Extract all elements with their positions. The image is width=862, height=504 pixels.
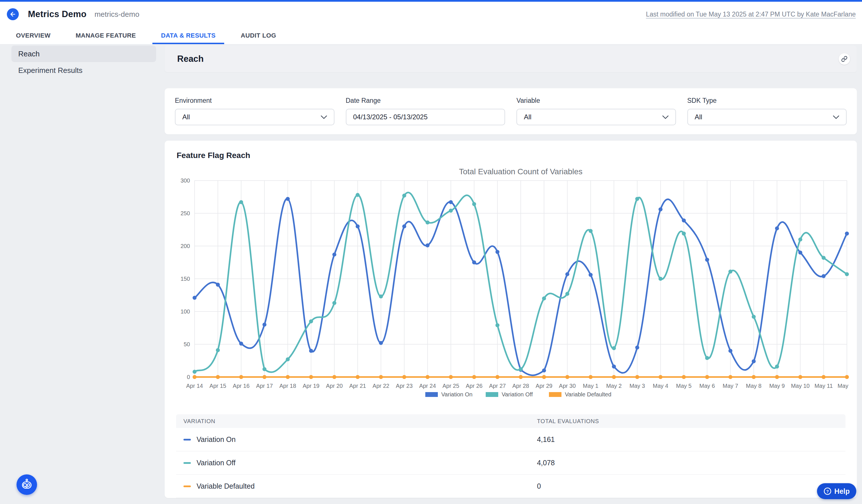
data-point — [798, 375, 802, 379]
data-point — [798, 251, 802, 254]
last-modified-text: Last modified on Tue May 13 2025 at 2:47… — [646, 11, 856, 18]
x-axis-tick: Apr 23 — [396, 383, 413, 389]
x-axis-tick: Apr 29 — [536, 383, 552, 389]
data-point — [495, 375, 499, 379]
chart-wrap: Total Evaluation Count of Variables05010… — [172, 164, 850, 406]
back-button[interactable] — [7, 8, 19, 20]
data-point — [658, 375, 663, 379]
x-axis-tick: May 3 — [629, 383, 645, 389]
x-axis-tick: May 4 — [653, 383, 668, 389]
data-point — [752, 359, 756, 363]
data-point — [262, 375, 266, 379]
data-point — [472, 375, 476, 379]
data-point — [542, 375, 546, 379]
data-point — [775, 364, 779, 369]
environment-select[interactable]: All — [175, 109, 335, 125]
legend-label: Variation On — [441, 391, 473, 398]
column-variation: VARIATION — [183, 418, 537, 425]
page-title: Metrics Demo — [28, 9, 87, 19]
data-point — [728, 270, 732, 274]
x-axis-tick: May 1 — [583, 383, 598, 389]
help-button[interactable]: ? Help — [817, 483, 856, 499]
sdk-type-filter: SDK Type All — [688, 97, 847, 125]
x-axis-tick: May 11 — [814, 383, 833, 389]
data-point — [589, 229, 592, 233]
data-point — [612, 364, 616, 369]
data-point — [682, 231, 686, 236]
table-row: Variable Defaulted0 — [176, 475, 846, 498]
data-point — [542, 369, 546, 372]
x-axis-tick: May 12 — [837, 383, 850, 389]
chevron-down-icon — [833, 115, 839, 119]
copy-link-button[interactable] — [839, 53, 850, 65]
data-point — [752, 375, 756, 379]
x-axis-tick: Apr 26 — [466, 383, 483, 389]
data-point — [426, 221, 430, 224]
chevron-down-icon — [662, 115, 669, 119]
main-panel: Reach Environment All Date Range — [165, 44, 857, 504]
date-range-filter: Date Range — [346, 97, 505, 125]
data-point — [565, 375, 570, 379]
data-point — [845, 231, 849, 236]
data-point — [472, 202, 476, 206]
help-question-icon: ? — [824, 487, 832, 495]
data-point — [635, 197, 639, 201]
page-slug: metrics-demo — [94, 10, 139, 19]
chart-card-title: Feature Flag Reach — [165, 151, 857, 160]
variable-select[interactable]: All — [517, 109, 676, 125]
data-point — [519, 375, 523, 379]
content-area: Reach Experiment Results Reach Environme… — [0, 44, 862, 504]
y-axis-tick: 300 — [181, 177, 190, 184]
data-point — [612, 375, 616, 379]
variable-label: Variable — [517, 97, 676, 105]
section-title: Reach — [177, 54, 204, 64]
data-point — [216, 283, 220, 287]
data-point — [682, 375, 686, 379]
sdk-type-select[interactable]: All — [688, 109, 847, 125]
svg-text:?: ? — [826, 489, 829, 494]
x-axis-tick: Apr 16 — [233, 383, 250, 389]
data-point — [216, 375, 220, 379]
tab-overview[interactable]: OVERVIEW — [8, 27, 59, 44]
y-axis-tick: 0 — [187, 374, 190, 380]
data-point — [216, 348, 220, 352]
tab-data-results[interactable]: DATA & RESULTS — [153, 27, 224, 44]
data-point — [449, 200, 453, 204]
x-axis-tick: May 5 — [676, 383, 691, 389]
data-point — [286, 197, 290, 201]
tab-manage-feature[interactable]: MANAGE FEATURE — [67, 27, 144, 44]
filters-card: Environment All Date Range Variable All — [165, 88, 857, 134]
y-axis-tick: 100 — [181, 308, 190, 315]
environment-value: All — [182, 113, 190, 121]
data-point — [822, 274, 825, 278]
x-axis-tick: May 2 — [606, 383, 622, 389]
date-range-control[interactable] — [346, 109, 505, 125]
data-point — [752, 315, 756, 319]
x-axis-tick: Apr 25 — [442, 383, 459, 389]
assistant-robot-button[interactable] — [16, 474, 37, 495]
chart-title: Total Evaluation Count of Variables — [459, 167, 583, 176]
arrow-left-icon — [9, 11, 16, 18]
data-point — [845, 375, 849, 379]
variation-name: Variation On — [197, 435, 236, 443]
sidebar-item-reach[interactable]: Reach — [11, 45, 156, 62]
data-point — [193, 296, 197, 300]
y-axis-tick: 50 — [184, 341, 190, 347]
tab-audit-log[interactable]: AUDIT LOG — [232, 27, 285, 44]
data-point — [449, 209, 453, 213]
x-axis-tick: May 8 — [746, 383, 761, 389]
x-axis-tick: May 9 — [769, 383, 784, 389]
sidebar-item-experiment-results[interactable]: Experiment Results — [11, 62, 156, 79]
data-point — [426, 375, 430, 379]
sdk-type-label: SDK Type — [688, 97, 847, 105]
chevron-down-icon — [321, 115, 327, 119]
x-axis-tick: Apr 28 — [512, 383, 529, 389]
data-point — [239, 375, 243, 379]
data-point — [309, 375, 313, 379]
x-axis-tick: May 10 — [791, 383, 810, 389]
data-point — [845, 272, 849, 276]
evaluations-table: VARIATION TOTAL EVALUATIONS Variation On… — [176, 414, 846, 498]
variation-color-dash — [183, 486, 191, 487]
data-point — [775, 375, 779, 379]
date-range-input[interactable] — [353, 113, 498, 121]
